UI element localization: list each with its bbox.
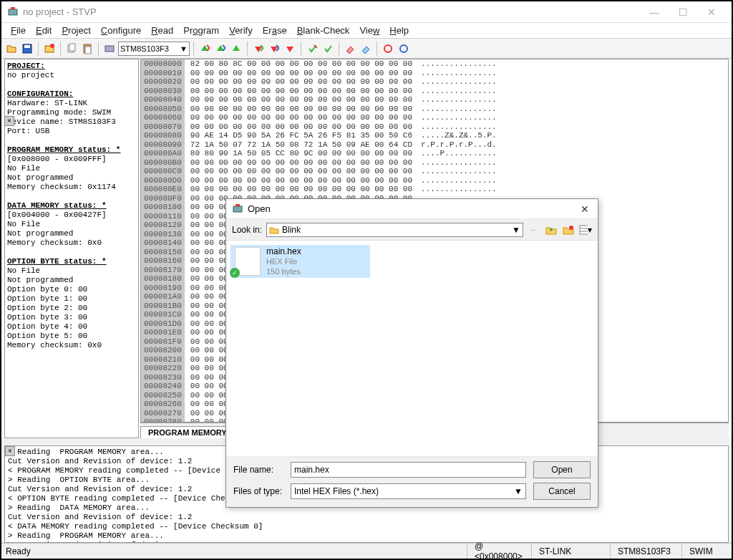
svg-rect-13: [233, 206, 242, 212]
project-info-panel: ✕PROJECT: no project CONFIGURATION: Hard…: [4, 59, 139, 438]
filetype-label: Files of type:: [233, 486, 283, 496]
verify-all-icon[interactable]: [321, 42, 335, 56]
file-list[interactable]: ✓ main.hex HEX File 150 bytes: [226, 241, 598, 456]
new-folder-icon[interactable]: [562, 223, 575, 236]
window-titlebar: no project - STVP — ☐ ✕: [1, 1, 732, 23]
close-button[interactable]: ✕: [697, 6, 726, 18]
svg-rect-0: [9, 9, 17, 15]
chevron-down-icon: ▼: [180, 44, 188, 53]
menu-erase[interactable]: Erase: [258, 25, 292, 36]
project-icon[interactable]: [42, 42, 57, 56]
open-dialog: Open ✕ Look in: Blink ▼ ← ▾ ✓ main.hex H…: [225, 198, 598, 508]
svg-rect-14: [236, 204, 240, 206]
read-tab-icon[interactable]: [198, 42, 212, 56]
filetype-value: Intel HEX Files (*.hex): [294, 486, 379, 496]
menu-edit[interactable]: Edit: [31, 25, 57, 36]
blank-all-icon[interactable]: [397, 42, 411, 56]
status-hardware: ST-LINK: [531, 544, 610, 559]
statusbar: Ready @ <0x008000> ST-LINK STM8S103F3 SW…: [1, 543, 732, 559]
verify-tab-icon[interactable]: [305, 42, 319, 56]
svg-point-15: [569, 226, 573, 230]
toolbar: STM8S103F3 ▼: [1, 39, 732, 59]
open-button[interactable]: Open: [533, 461, 591, 478]
menu-verify[interactable]: Verify: [224, 25, 258, 36]
configure-icon[interactable]: [102, 42, 117, 56]
svg-point-11: [384, 45, 392, 52]
dialog-title: Open: [248, 203, 578, 214]
svg-rect-1: [11, 7, 15, 9]
close-panel-icon[interactable]: ✕: [4, 116, 14, 126]
blank-tab-icon[interactable]: [381, 42, 395, 56]
filename-label: File name:: [233, 465, 283, 475]
up-folder-icon[interactable]: [545, 223, 558, 236]
status-mode: SWIM: [681, 544, 732, 559]
back-icon[interactable]: ←: [528, 223, 540, 236]
svg-rect-7: [69, 44, 75, 51]
lookin-label: Look in:: [232, 225, 262, 235]
chevron-down-icon: ▼: [512, 225, 520, 235]
svg-point-12: [400, 45, 407, 52]
read-all-icon[interactable]: [213, 42, 228, 56]
program-addr-icon[interactable]: [283, 42, 297, 56]
device-select[interactable]: STM8S103F3 ▼: [118, 42, 190, 56]
svg-rect-10: [105, 46, 114, 52]
window-title: no project - STVP: [23, 6, 640, 17]
menubar: File Edit Project Configure Read Program…: [1, 23, 732, 39]
filetype-select[interactable]: Intel HEX Files (*.hex) ▼: [291, 483, 526, 499]
lookin-value: Blink: [282, 225, 509, 235]
file-thumb-icon: ✓: [235, 247, 261, 276]
file-name: main.hex: [266, 246, 301, 256]
status-device: STM8S103F3: [610, 544, 681, 559]
menu-program[interactable]: Program: [178, 25, 224, 36]
lookin-select[interactable]: Blink ▼: [266, 223, 523, 237]
device-select-value: STM8S103F3: [120, 44, 169, 53]
save-icon[interactable]: [20, 42, 34, 56]
app-icon: [7, 6, 19, 18]
menu-blank[interactable]: Blank-Check: [292, 25, 355, 36]
menu-help[interactable]: Help: [384, 25, 414, 36]
svg-rect-3: [24, 45, 30, 48]
erase-all-icon[interactable]: [359, 42, 373, 56]
close-log-icon[interactable]: ✕: [5, 446, 15, 456]
minimize-button[interactable]: —: [640, 6, 669, 18]
svg-rect-9: [85, 47, 91, 54]
program-tab-icon[interactable]: [251, 42, 266, 56]
file-size: 150 bytes: [266, 266, 301, 276]
dialog-close-icon[interactable]: ✕: [578, 203, 592, 215]
chevron-down-icon: ▼: [514, 486, 523, 496]
view-menu-icon[interactable]: ▾: [579, 223, 592, 236]
folder-icon: [269, 226, 279, 234]
dialog-app-icon: [232, 203, 243, 215]
read-addr-icon[interactable]: [229, 42, 243, 56]
copy-icon[interactable]: [64, 42, 79, 56]
cancel-button[interactable]: Cancel: [533, 483, 591, 500]
menu-configure[interactable]: Configure: [96, 25, 146, 36]
svg-point-5: [50, 44, 54, 48]
file-type: HEX File: [266, 256, 301, 266]
menu-project[interactable]: Project: [57, 25, 95, 36]
menu-file[interactable]: File: [6, 25, 31, 36]
open-icon[interactable]: [4, 42, 19, 56]
filename-input[interactable]: [291, 462, 526, 478]
svg-rect-16: [580, 226, 588, 234]
erase-tab-icon[interactable]: [343, 42, 357, 56]
program-all-icon[interactable]: [267, 42, 281, 56]
status-address: @ <0x008000>: [467, 544, 531, 559]
paste-icon[interactable]: [80, 42, 94, 56]
menu-view[interactable]: View: [354, 25, 384, 36]
file-item-main-hex[interactable]: ✓ main.hex HEX File 150 bytes: [230, 245, 370, 278]
status-ready: Ready: [1, 544, 467, 559]
maximize-button[interactable]: ☐: [669, 6, 697, 18]
tab-program-memory[interactable]: PROGRAM MEMORY: [140, 426, 235, 438]
selected-check-icon: ✓: [230, 268, 240, 278]
menu-read[interactable]: Read: [146, 25, 178, 36]
